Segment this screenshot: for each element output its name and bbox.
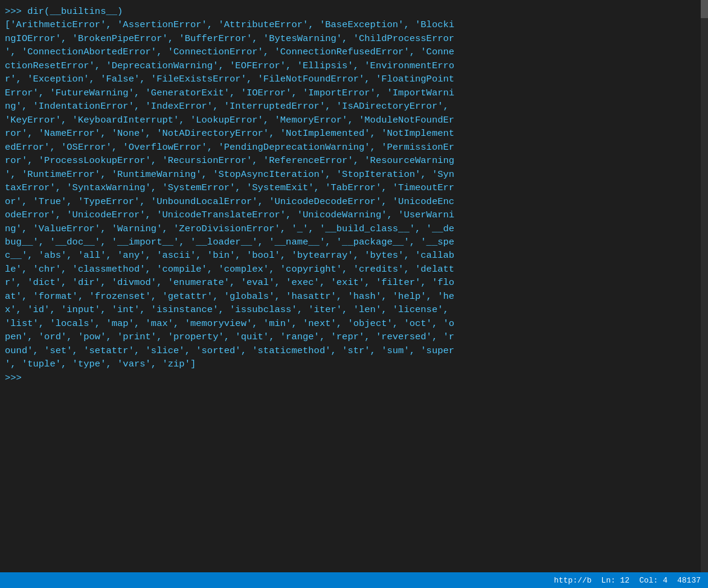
- status-number: 48137: [677, 576, 701, 585]
- scrollbar-thumb[interactable]: [701, 0, 708, 18]
- prompt-symbol: >>>: [5, 6, 27, 17]
- trailing-prompt-line: >>>: [5, 372, 22, 383]
- command-line: >>> dir(__builtins__): [5, 6, 123, 17]
- terminal-output: >>> dir(__builtins__) ['ArithmeticError'…: [5, 5, 701, 385]
- status-bar: http://b Ln: 12 Col: 4 48137: [0, 572, 708, 588]
- status-url: http://b: [554, 576, 591, 585]
- terminal-container[interactable]: >>> dir(__builtins__) ['ArithmeticError'…: [0, 0, 708, 588]
- status-col: Col: 4: [639, 576, 668, 585]
- command-text: dir(__builtins__): [27, 6, 123, 17]
- output-text: ['ArithmeticError', 'AssertionError', 'A…: [5, 19, 454, 369]
- status-bar-content: http://b Ln: 12 Col: 4 48137: [554, 576, 701, 585]
- scrollbar-track[interactable]: [701, 0, 708, 588]
- trailing-prompt-symbol: >>>: [5, 372, 22, 383]
- status-ln: Ln: 12: [601, 576, 629, 585]
